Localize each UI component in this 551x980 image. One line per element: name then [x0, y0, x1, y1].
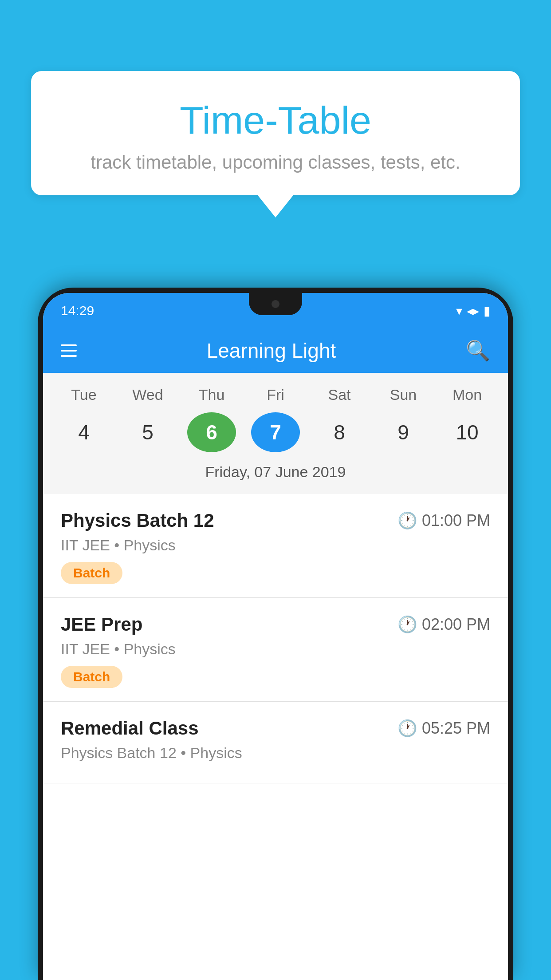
bubble-subtitle: track timetable, upcoming classes, tests… — [58, 152, 493, 173]
day-4[interactable]: 4 — [59, 412, 108, 452]
batch-badge-1: Batch — [61, 562, 122, 584]
status-bar: 14:29 ▾ ◂▸ ▮ — [43, 293, 508, 328]
clock-icon-1: 🕐 — [398, 511, 417, 530]
class-card-1[interactable]: Physics Batch 12 🕐 01:00 PM IIT JEE • Ph… — [43, 494, 508, 598]
day-header-tue: Tue — [59, 386, 108, 403]
class-name-3: Remedial Class — [61, 718, 199, 739]
hamburger-line-3 — [61, 355, 77, 357]
hamburger-line-1 — [61, 344, 77, 346]
speech-bubble: Time-Table track timetable, upcoming cla… — [31, 71, 520, 195]
class-card-3[interactable]: Remedial Class 🕐 05:25 PM Physics Batch … — [43, 702, 508, 783]
signal-icon: ◂▸ — [467, 304, 479, 318]
class-name-1: Physics Batch 12 — [61, 510, 214, 531]
menu-button[interactable] — [61, 344, 77, 357]
class-card-1-header: Physics Batch 12 🕐 01:00 PM — [61, 510, 490, 531]
day-6-today[interactable]: 6 — [187, 412, 236, 452]
class-time-3: 🕐 05:25 PM — [398, 719, 490, 738]
camera — [272, 300, 279, 308]
day-9[interactable]: 9 — [379, 412, 428, 452]
phone-frame: 14:29 ▾ ◂▸ ▮ Learning Light 🔍 Tue — [38, 288, 513, 980]
class-card-2-header: JEE Prep 🕐 02:00 PM — [61, 614, 490, 635]
calendar-section: Tue Wed Thu Fri Sat Sun Mon 4 5 6 7 8 9 … — [43, 373, 508, 494]
clock-icon-2: 🕐 — [398, 615, 417, 634]
day-header-sat: Sat — [315, 386, 364, 403]
batch-badge-2: Batch — [61, 666, 122, 688]
day-header-mon: Mon — [443, 386, 492, 403]
clock-icon-3: 🕐 — [398, 719, 417, 738]
day-5[interactable]: 5 — [123, 412, 172, 452]
day-numbers: 4 5 6 7 8 9 10 — [43, 408, 508, 459]
day-header-wed: Wed — [123, 386, 172, 403]
day-header-fri: Fri — [251, 386, 300, 403]
class-meta-2: IIT JEE • Physics — [61, 640, 490, 658]
app-bar: Learning Light 🔍 — [43, 328, 508, 373]
search-icon[interactable]: 🔍 — [466, 339, 490, 362]
classes-container: Physics Batch 12 🕐 01:00 PM IIT JEE • Ph… — [43, 494, 508, 783]
class-meta-3: Physics Batch 12 • Physics — [61, 744, 490, 762]
hamburger-line-2 — [61, 350, 77, 352]
day-headers: Tue Wed Thu Fri Sat Sun Mon — [43, 382, 508, 408]
class-name-2: JEE Prep — [61, 614, 142, 635]
day-7-selected[interactable]: 7 — [251, 412, 300, 452]
speech-bubble-container: Time-Table track timetable, upcoming cla… — [31, 71, 520, 217]
status-time: 14:29 — [61, 303, 94, 318]
notch — [249, 293, 302, 315]
class-card-2[interactable]: JEE Prep 🕐 02:00 PM IIT JEE • Physics Ba… — [43, 598, 508, 702]
bubble-title: Time-Table — [58, 98, 493, 143]
class-card-3-header: Remedial Class 🕐 05:25 PM — [61, 718, 490, 739]
selected-date-label: Friday, 07 June 2019 — [43, 459, 508, 490]
day-10[interactable]: 10 — [443, 412, 492, 452]
class-time-2: 🕐 02:00 PM — [398, 615, 490, 634]
day-8[interactable]: 8 — [315, 412, 364, 452]
class-time-1: 🕐 01:00 PM — [398, 511, 490, 530]
phone-screen: 14:29 ▾ ◂▸ ▮ Learning Light 🔍 Tue — [43, 293, 508, 980]
app-title: Learning Light — [207, 339, 336, 363]
battery-icon: ▮ — [484, 304, 490, 318]
status-icons: ▾ ◂▸ ▮ — [456, 304, 490, 318]
wifi-icon: ▾ — [456, 304, 462, 318]
bubble-tail — [258, 195, 293, 217]
class-meta-1: IIT JEE • Physics — [61, 537, 490, 554]
day-header-sun: Sun — [379, 386, 428, 403]
day-header-thu: Thu — [187, 386, 236, 403]
